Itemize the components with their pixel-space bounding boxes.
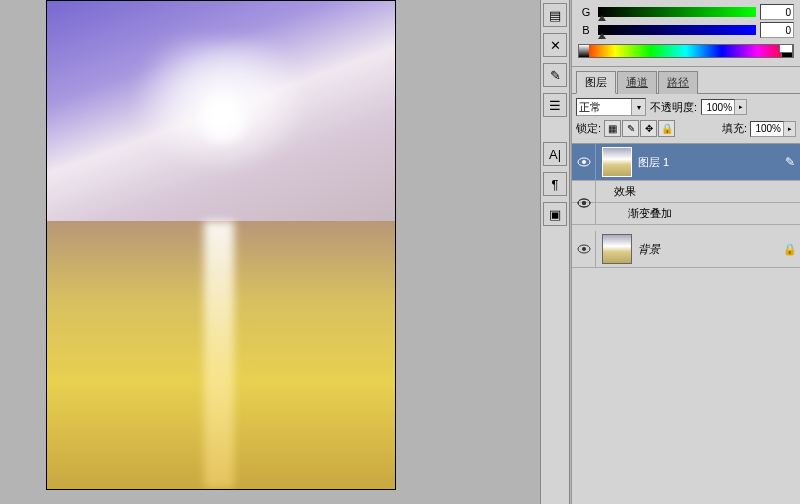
blue-label: B bbox=[578, 24, 594, 36]
blue-slider-row: B bbox=[578, 22, 794, 38]
swatches-tool-icon[interactable]: ▤ bbox=[543, 3, 567, 27]
opacity-label: 不透明度: bbox=[650, 100, 697, 115]
character-panel-icon[interactable]: A| bbox=[543, 142, 567, 166]
blend-mode-value: 正常 bbox=[579, 100, 601, 115]
dropdown-arrow-icon: ▾ bbox=[631, 99, 645, 115]
layer-name[interactable]: 背景 bbox=[638, 242, 780, 257]
brush-tool-icon[interactable]: ✎ bbox=[543, 63, 567, 87]
tab-channels[interactable]: 通道 bbox=[617, 71, 657, 94]
layers-panel: 正常 ▾ 不透明度: ▸ 锁定: ▦ ✎ ✥ 🔒 填充: ▸ bbox=[572, 94, 800, 143]
effect-name: 渐变叠加 bbox=[628, 206, 672, 221]
visibility-toggle-icon[interactable] bbox=[572, 144, 596, 180]
green-slider-row: G bbox=[578, 4, 794, 20]
fill-input[interactable] bbox=[750, 121, 784, 137]
effects-row[interactable]: 效果 bbox=[572, 181, 800, 203]
paragraph-panel-icon[interactable]: ¶ bbox=[543, 172, 567, 196]
document-canvas[interactable] bbox=[46, 0, 396, 490]
sun-glow bbox=[193, 89, 253, 149]
lock-row: 锁定: ▦ ✎ ✥ 🔒 填充: ▸ bbox=[576, 120, 796, 137]
slider-thumb-icon[interactable] bbox=[598, 15, 606, 21]
svg-point-7 bbox=[582, 247, 586, 251]
lock-all-icon[interactable]: 🔒 bbox=[658, 120, 675, 137]
tab-layers[interactable]: 图层 bbox=[576, 71, 616, 94]
visibility-toggle-icon[interactable] bbox=[572, 181, 596, 225]
opacity-flyout-icon[interactable]: ▸ bbox=[735, 99, 747, 115]
lock-position-icon[interactable]: ✥ bbox=[640, 120, 657, 137]
layer-thumbnail[interactable] bbox=[602, 147, 632, 177]
blend-mode-select[interactable]: 正常 ▾ bbox=[576, 98, 646, 116]
vertical-toolbar: ▤ ✕ ✎ ☰ A| ¶ ▣ bbox=[540, 0, 570, 504]
green-label: G bbox=[578, 6, 594, 18]
layer-name[interactable]: 图层 1 bbox=[638, 155, 780, 170]
layer-thumbnail[interactable] bbox=[602, 234, 632, 264]
spectrum-strip[interactable] bbox=[578, 44, 794, 58]
svg-point-1 bbox=[582, 160, 586, 164]
green-input[interactable] bbox=[760, 4, 794, 20]
opacity-input[interactable] bbox=[701, 99, 735, 115]
effects-label: 效果 bbox=[614, 184, 636, 199]
lock-label: 锁定: bbox=[576, 121, 601, 136]
blend-mode-row: 正常 ▾ 不透明度: ▸ bbox=[576, 98, 796, 116]
slider-thumb-icon[interactable] bbox=[598, 33, 606, 39]
green-slider[interactable] bbox=[598, 7, 756, 17]
color-panel: G B bbox=[572, 0, 800, 67]
layers-list: 图层 1 ✎ 效果 渐变叠加 背景 🔒 bbox=[572, 143, 800, 268]
lock-pixels-icon[interactable]: ✎ bbox=[622, 120, 639, 137]
fill-flyout-icon[interactable]: ▸ bbox=[784, 121, 796, 137]
lock-icon: 🔒 bbox=[780, 243, 800, 256]
edit-brush-icon: ✎ bbox=[780, 155, 800, 169]
black-swatch-icon[interactable] bbox=[781, 51, 793, 58]
fill-label: 填充: bbox=[722, 121, 747, 136]
canvas-area bbox=[0, 0, 534, 504]
tab-paths[interactable]: 路径 bbox=[658, 71, 698, 94]
layer-row[interactable]: 背景 🔒 bbox=[572, 231, 800, 268]
visibility-toggle-icon[interactable] bbox=[572, 231, 596, 267]
panel-tabs: 图层 通道 路径 bbox=[572, 67, 800, 94]
lock-icons: ▦ ✎ ✥ 🔒 bbox=[604, 120, 675, 137]
layers-tool-icon[interactable]: ☰ bbox=[543, 93, 567, 117]
sun-reflection bbox=[204, 221, 234, 489]
right-panels: G B 图层 通道 路径 正常 ▾ 不透明度: ▸ 锁定: bbox=[571, 0, 800, 504]
layer-row[interactable]: 图层 1 ✎ bbox=[572, 144, 800, 181]
lock-transparency-icon[interactable]: ▦ bbox=[604, 120, 621, 137]
svg-point-5 bbox=[582, 201, 586, 205]
layer-effects-group: 效果 渐变叠加 bbox=[572, 181, 800, 225]
blue-input[interactable] bbox=[760, 22, 794, 38]
blue-slider[interactable] bbox=[598, 25, 756, 35]
effect-item-row[interactable]: 渐变叠加 bbox=[572, 203, 800, 225]
tools-tool-icon[interactable]: ✕ bbox=[543, 33, 567, 57]
info-panel-icon[interactable]: ▣ bbox=[543, 202, 567, 226]
